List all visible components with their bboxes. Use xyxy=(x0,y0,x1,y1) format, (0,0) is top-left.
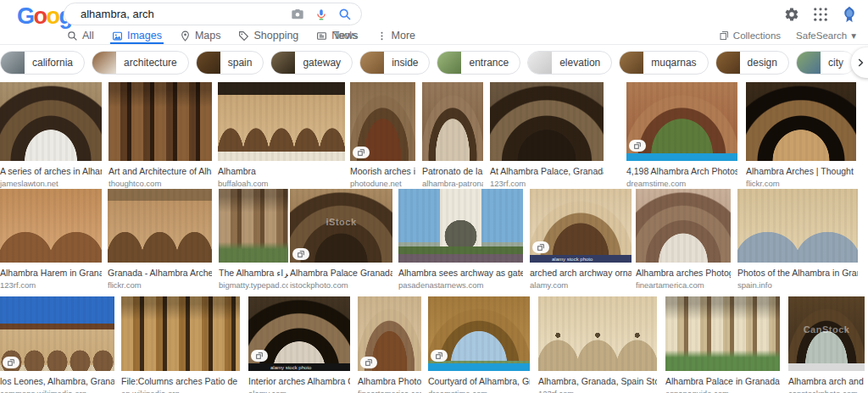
result-domain: commons.wikimedia.org xyxy=(0,389,114,393)
chevron-right-icon xyxy=(854,57,866,69)
result-domain: istockphoto.com xyxy=(290,280,392,290)
result-title[interactable]: Alhambra xyxy=(218,166,345,176)
result-title[interactable]: Alhambra Palace in Granada, Spain ... xyxy=(665,376,780,386)
result-thumbnail[interactable] xyxy=(626,82,737,161)
result-title[interactable]: los Leones, Alhambra, Granada, Spain ... xyxy=(0,376,114,386)
result-title[interactable]: Alhambra Arches | Thought Knots Design .… xyxy=(746,166,856,176)
result-domain: alamy.com xyxy=(248,389,350,393)
result-thumbnail[interactable] xyxy=(121,296,240,371)
result-domain: fineartamerica.com xyxy=(636,280,731,290)
result-thumbnail[interactable] xyxy=(490,82,604,161)
related-images-badge-icon[interactable] xyxy=(353,147,370,158)
image-result: Alhambra Palace in Granada, Spain ...esp… xyxy=(665,296,780,393)
related-images-badge-icon[interactable] xyxy=(251,350,268,362)
result-title[interactable]: The Alhambra قصر الحمراء... xyxy=(219,268,288,278)
result-thumbnail[interactable] xyxy=(746,82,856,161)
related-images-badge-icon[interactable] xyxy=(431,350,448,362)
result-thumbnail[interactable]: CanStock xyxy=(788,296,865,371)
image-result: CanStockAlhambra arch and albaici...cans… xyxy=(788,296,865,393)
image-result: Photos of the Alhambra in Granada ...spa… xyxy=(737,189,858,290)
result-title[interactable]: Alhambra sees archway as gateway to the … xyxy=(398,268,523,278)
related-images-badge-icon[interactable] xyxy=(360,357,377,368)
result-domain: 123rf.com xyxy=(538,389,657,393)
result-thumbnail[interactable] xyxy=(538,296,657,371)
result-thumbnail[interactable] xyxy=(219,189,288,263)
result-thumbnail[interactable] xyxy=(0,82,102,161)
result-thumbnail[interactable] xyxy=(422,82,483,161)
result-title[interactable]: arched arch archway ornate wall detail..… xyxy=(530,268,632,278)
result-title[interactable]: Alhambra arches Photograph by Ja... xyxy=(636,268,731,278)
related-images-badge-icon[interactable] xyxy=(532,241,549,253)
result-thumbnail[interactable] xyxy=(108,82,212,161)
result-title[interactable]: Alhambra Palace Granada Stock Photo ... xyxy=(290,268,392,278)
result-thumbnail[interactable] xyxy=(218,82,345,161)
result-thumbnail[interactable] xyxy=(350,82,415,161)
result-thumbnail[interactable]: alamy stock photo xyxy=(248,296,350,371)
image-result: los Leones, Alhambra, Granada, Spain ...… xyxy=(0,296,114,393)
image-result: Alhambrabuffaloah.com xyxy=(218,82,345,188)
result-thumbnail[interactable] xyxy=(737,189,858,263)
related-images-badge-icon[interactable] xyxy=(629,140,646,152)
image-result: At Alhambra Palace, Granada Stock Photo … xyxy=(490,82,604,188)
image-result: Art and Architecture of Alhambrathoughtc… xyxy=(108,82,212,188)
stock-site-bar: alamy stock photo xyxy=(530,255,632,263)
result-domain: 123rf.com xyxy=(0,280,102,290)
result-title[interactable]: Art and Architecture of Alhambra xyxy=(108,166,212,176)
result-thumbnail[interactable] xyxy=(0,189,102,263)
image-result: 4,198 Alhambra Arch Photos - Free ...dre… xyxy=(626,82,737,188)
result-thumbnail[interactable] xyxy=(665,296,780,371)
result-title[interactable]: Alhambra, Granada, Spain Stock Photo ... xyxy=(538,376,657,386)
result-title[interactable]: Moorish arches in The ... xyxy=(350,166,415,176)
result-thumbnail[interactable] xyxy=(0,296,114,371)
image-result: Alhambra arches Photograph by Ja...finea… xyxy=(636,189,731,290)
result-title[interactable]: Alhambra Harem in Granada, Spain St... xyxy=(0,268,102,278)
result-title[interactable]: File:Columns arches Patio de los Leones … xyxy=(121,376,240,386)
result-thumbnail[interactable]: iStock xyxy=(290,189,392,263)
result-title[interactable]: Interior arches Alhambra Granada Spai... xyxy=(248,376,350,386)
image-results-grid: A series of arches in Alhambra - Jame...… xyxy=(0,0,868,393)
image-result: alamy stock photoInterior arches Alhambr… xyxy=(248,296,350,393)
image-result: Alhambra Arches | Thought Knots Design .… xyxy=(746,82,856,188)
result-domain: bigmatty.typepad.com xyxy=(219,280,288,290)
related-images-badge-icon[interactable] xyxy=(3,357,19,368)
result-title[interactable]: Granada - Alhambra Arches | Pamela | Fli… xyxy=(108,268,212,278)
result-domain: pasadenastarnews.com xyxy=(398,280,523,290)
result-domain: alhambra-patronato.es xyxy=(422,179,483,188)
result-domain: spain.info xyxy=(737,280,858,290)
result-thumbnail[interactable] xyxy=(398,189,523,263)
result-domain: dreamstime.com xyxy=(428,389,530,393)
result-title[interactable]: Patronato de la Alhambr... xyxy=(422,166,483,176)
result-title[interactable]: Alhambra arch and albaici... xyxy=(788,376,865,386)
result-domain: thoughtco.com xyxy=(108,179,212,188)
image-result: Granada - Alhambra Arches | Pamela | Fli… xyxy=(108,189,212,290)
result-title[interactable]: Alhambra Photograph ... xyxy=(358,376,421,386)
stock-watermark: CanStock xyxy=(788,324,865,335)
stock-watermark: iStock xyxy=(290,217,392,227)
image-result: Alhambra Photograph ...fineartamerica.co… xyxy=(358,296,421,393)
image-result: The Alhambra قصر الحمراء...bigmatty.type… xyxy=(219,189,288,290)
image-result: Patronato de la Alhambr...alhambra-patro… xyxy=(422,82,483,188)
result-title[interactable]: A series of arches in Alhambra - Jame... xyxy=(0,166,102,176)
image-result: iStockAlhambra Palace Granada Stock Phot… xyxy=(290,189,392,290)
result-thumbnail[interactable]: alamy stock photo xyxy=(530,189,632,263)
image-result: A series of arches in Alhambra - Jame...… xyxy=(0,82,102,188)
result-domain: 123rf.com xyxy=(490,179,604,188)
result-domain: flickr.com xyxy=(746,179,856,188)
result-thumbnail[interactable] xyxy=(636,189,731,263)
image-result: File:Columns arches Patio de los Leones … xyxy=(121,296,240,393)
related-images-badge-icon[interactable] xyxy=(292,248,309,260)
result-title[interactable]: Courtyard of Alhambra, Granada, Spain ..… xyxy=(428,376,530,386)
result-domain: jameslawton.net xyxy=(0,179,102,188)
result-title[interactable]: 4,198 Alhambra Arch Photos - Free ... xyxy=(626,166,737,176)
image-result: Moorish arches in The ...photodune.net xyxy=(350,82,415,188)
image-result: Alhambra sees archway as gateway to the … xyxy=(398,189,523,290)
result-thumbnail[interactable] xyxy=(428,296,530,371)
image-result: Alhambra Harem in Granada, Spain St...12… xyxy=(0,189,102,290)
result-thumbnail[interactable] xyxy=(358,296,421,371)
result-thumbnail[interactable] xyxy=(108,189,212,263)
stock-site-bar xyxy=(626,153,737,161)
result-domain: fineartamerica.com · In s... xyxy=(358,389,421,393)
result-title[interactable]: Photos of the Alhambra in Granada ... xyxy=(737,268,858,278)
result-domain: flickr.com xyxy=(108,280,212,290)
result-title[interactable]: At Alhambra Palace, Granada Stock Photo … xyxy=(490,166,604,176)
